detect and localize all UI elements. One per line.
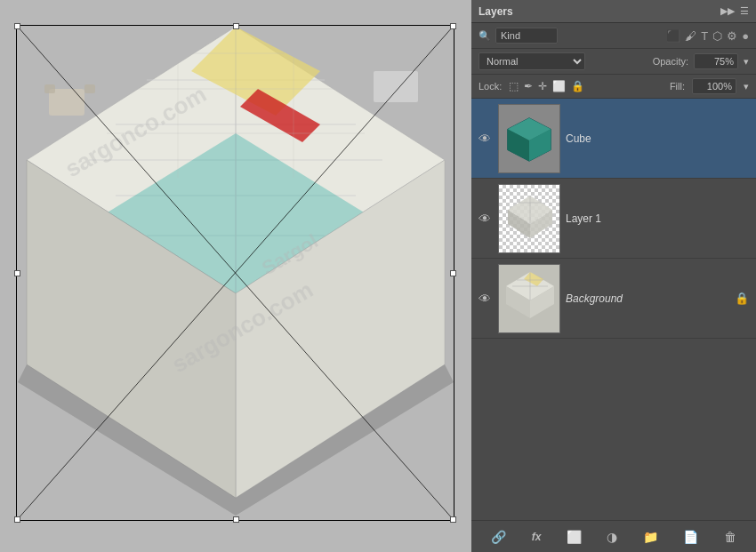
visibility-icon-cube[interactable]: 👁 <box>479 132 493 146</box>
layer-name-cube: Cube <box>566 132 749 145</box>
fx-icon[interactable]: fx <box>532 531 542 543</box>
layer-item-layer1[interactable]: 👁 <box>471 179 756 259</box>
fill-input[interactable] <box>692 78 736 94</box>
dot-filter-icon[interactable]: ● <box>742 29 749 43</box>
search-icon: 🔍 <box>479 30 491 42</box>
shape-filter-icon[interactable]: ⬡ <box>712 29 722 43</box>
panel-header-icons: ▶▶ ☰ <box>720 5 749 17</box>
panel-title: Layers <box>479 5 513 18</box>
link-layers-icon[interactable]: 🔗 <box>491 530 506 544</box>
canvas-area[interactable]: sargonco.com sargonco.com Sargol <box>0 0 471 552</box>
opacity-dropdown-arrow[interactable]: ▾ <box>744 56 749 68</box>
opacity-input[interactable] <box>694 53 738 69</box>
lock-position-icon[interactable]: ✛ <box>538 80 547 92</box>
layer-name-background: Background <box>566 292 729 305</box>
layer-item-cube[interactable]: 👁 Cube <box>471 99 756 179</box>
layer-item-background[interactable]: 👁 Background 🔒 <box>471 259 756 339</box>
new-layer-icon[interactable]: 📄 <box>683 530 698 544</box>
lock-icons-group: ⬚ ✒ ✛ ⬜ 🔒 <box>509 80 584 92</box>
blend-mode-select[interactable]: Normal Dissolve Multiply Screen Overlay <box>479 52 585 70</box>
background-lock-icon: 🔒 <box>735 292 749 305</box>
layers-panel: Layers ▶▶ ☰ 🔍 ⬛ 🖌 T ⬡ ⚙ ● Normal Dissolv… <box>471 0 756 552</box>
search-bar: 🔍 ⬛ 🖌 T ⬡ ⚙ ● <box>471 23 756 49</box>
blend-row: Normal Dissolve Multiply Screen Overlay … <box>471 49 756 75</box>
svg-rect-23 <box>374 71 418 102</box>
layer-name-layer1: Layer 1 <box>566 212 749 225</box>
lock-all-icon[interactable]: 🔒 <box>571 80 584 92</box>
new-fill-adjustment-icon[interactable]: ◑ <box>607 530 617 544</box>
fill-label: Fill: <box>670 81 685 92</box>
canvas-image: sargonco.com sargonco.com Sargol <box>0 0 471 552</box>
lock-artboard-icon[interactable]: ⬜ <box>552 80 566 92</box>
layers-list: 👁 Cube 👁 <box>471 99 756 520</box>
svg-rect-21 <box>44 84 55 93</box>
search-input[interactable] <box>495 28 558 44</box>
adjustment-filter-icon[interactable]: ⚙ <box>727 29 737 43</box>
panel-footer: 🔗 fx ⬜ ◑ 📁 📄 🗑 <box>471 520 756 552</box>
panel-menu-icon[interactable]: ☰ <box>740 5 749 17</box>
lock-label: Lock: <box>479 81 502 92</box>
layer-thumb-cube <box>498 104 560 173</box>
lock-row: Lock: ⬚ ✒ ✛ ⬜ 🔒 Fill: ▾ <box>471 75 756 99</box>
fill-dropdown-arrow[interactable]: ▾ <box>744 81 749 92</box>
svg-rect-22 <box>84 84 95 93</box>
visibility-icon-layer1[interactable]: 👁 <box>479 212 493 226</box>
layer-thumb-layer1 <box>498 184 560 253</box>
delete-layer-icon[interactable]: 🗑 <box>724 530 736 544</box>
lock-transparent-icon[interactable]: ⬚ <box>509 80 519 92</box>
brush-filter-icon[interactable]: 🖌 <box>685 29 696 43</box>
panel-header: Layers ▶▶ ☰ <box>471 0 756 23</box>
visibility-icon-background[interactable]: 👁 <box>479 292 493 306</box>
filter-icons: ⬛ 🖌 T ⬡ ⚙ ● <box>666 29 749 43</box>
layer-thumb-background <box>498 264 560 333</box>
lock-image-icon[interactable]: ✒ <box>524 80 533 92</box>
type-filter-icon[interactable]: T <box>701 29 708 43</box>
pixel-filter-icon[interactable]: ⬛ <box>666 29 680 43</box>
add-mask-icon[interactable]: ⬜ <box>567 530 582 544</box>
new-group-icon[interactable]: 📁 <box>643 530 658 544</box>
opacity-label: Opacity: <box>653 56 688 67</box>
collapse-icon[interactable]: ▶▶ <box>720 5 735 17</box>
